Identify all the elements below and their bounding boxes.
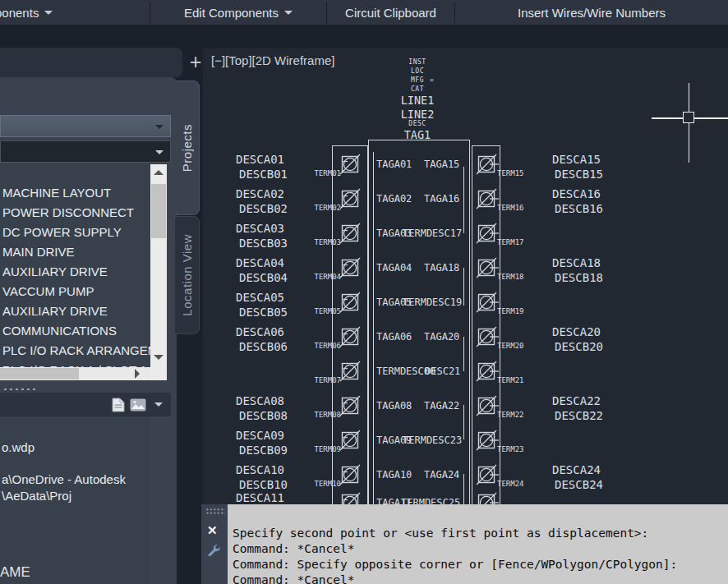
desc-label: DESCA24	[552, 463, 601, 476]
tag-label: TAGA10	[376, 469, 412, 481]
desc-label: DESCB04	[239, 271, 288, 284]
palette-tab-location-view[interactable]: Location View	[175, 216, 200, 334]
scrollbar-thumb[interactable]	[0, 368, 79, 379]
terminal-label: TERM20	[497, 342, 524, 350]
ribbon-section-components[interactable]: ponents	[0, 0, 150, 25]
desc-label: DESCA03	[236, 222, 284, 235]
splitter-grip[interactable]	[2, 387, 35, 392]
terminal-symbol	[339, 395, 361, 416]
desc-label: DESCB06	[239, 340, 288, 353]
chevron-down-icon	[284, 11, 293, 15]
tree-item[interactable]: PLC I/O RACK ARRANGEME	[2, 343, 150, 357]
desc-label: DESCA20	[552, 325, 601, 338]
palette-title-area	[0, 48, 182, 77]
terminal-symbol	[476, 257, 497, 278]
drag-grip-icon[interactable]	[205, 508, 225, 514]
terminal-symbol	[476, 292, 497, 313]
plc-header-equals: =	[430, 76, 434, 84]
tag-label: TAGA06	[376, 331, 412, 343]
desc-label: DESCA11	[236, 491, 284, 504]
desc-label: DESCA10	[236, 463, 284, 476]
terminal-symbol	[339, 257, 361, 278]
desc-label: DESCB10	[239, 478, 288, 491]
image-icon[interactable]	[130, 398, 146, 412]
ribbon-section-insert-wires[interactable]: Insert Wires/Wire Numbers	[455, 0, 728, 25]
terminal-label: TERM08	[292, 411, 341, 419]
terminal-symbol	[339, 188, 361, 209]
desc-label: DESCA01	[236, 153, 284, 166]
terminal-label: TERM07	[292, 376, 341, 384]
terminal-label: TERM18	[497, 273, 524, 281]
details-line: \AeData\Proj	[2, 489, 71, 503]
terminal-symbol	[476, 464, 497, 485]
command-history[interactable]: Specify second point or <use first point…	[233, 526, 726, 584]
drawing-canvas[interactable]: [−][Top][2D Wireframe] INSTLOCMFGCATLINE…	[203, 48, 728, 504]
ribbon-section-label: Insert Wires/Wire Numbers	[518, 6, 666, 20]
tree-item[interactable]: COMMUNICATIONS	[2, 324, 150, 338]
desc-label: DESCA05	[236, 291, 284, 304]
ribbon-bar: ponents Edit Components Circuit Clipboar…	[0, 0, 728, 25]
scroll-up-icon[interactable]	[154, 170, 164, 175]
tree-item[interactable]: MACHINE LAYOUT	[2, 186, 150, 200]
terminal-label: TERM02	[292, 204, 341, 212]
desc-label: DESCB22	[555, 409, 603, 422]
drawing-dropdown[interactable]	[0, 140, 171, 163]
tag-label: TAGA01	[376, 159, 412, 170]
terminal-symbol	[339, 292, 361, 313]
ribbon-section-edit-components[interactable]: Edit Components	[150, 0, 326, 25]
chevron-down-icon[interactable]	[154, 402, 163, 407]
ribbon-section-label: Circuit Clipboard	[345, 6, 436, 20]
palette-tab-label: Projects	[180, 124, 194, 172]
ribbon-section-label: Edit Components	[184, 6, 279, 20]
tag-label: TAGA24	[424, 469, 459, 481]
palette-tab-projects[interactable]: Projects	[175, 80, 200, 215]
viewport-controls[interactable]: [−][Top][2D Wireframe]	[211, 53, 334, 67]
terminal-label: TERM24	[497, 480, 524, 488]
terminal-label: TERM17	[497, 238, 524, 246]
vertical-scrollbar[interactable]	[150, 164, 167, 380]
terminal-symbol	[339, 492, 361, 504]
ribbon-section-circuit-clipboard[interactable]: Circuit Clipboard	[327, 0, 454, 25]
tree-item[interactable]: VACCUM PUMP	[2, 284, 150, 298]
terminal-symbol	[476, 188, 497, 209]
desc-label: DESCB15	[555, 168, 603, 181]
wrench-icon[interactable]	[206, 544, 221, 559]
tag-label: TAGA20	[424, 331, 459, 343]
terminal-label: TERM10	[292, 480, 341, 488]
plc-header-label: LOC	[343, 67, 491, 75]
desc-label: DESCA15	[552, 153, 601, 166]
terminal-label: TERM19	[497, 307, 524, 315]
crosshair-pickbox	[683, 112, 694, 123]
tree-item[interactable]: MAIN DRIVE	[2, 245, 150, 259]
project-dropdown[interactable]	[0, 115, 171, 137]
tree-item[interactable]: DC POWER SUPPLY	[2, 225, 150, 239]
desc-label: DESCA04	[236, 256, 284, 269]
tag-label: TAGA18	[424, 262, 459, 274]
tag-label: TAGA04	[376, 262, 412, 274]
autocad-electrical-window: ponents Edit Components Circuit Clipboar…	[0, 0, 728, 584]
plc-header-label: LINE1	[343, 94, 491, 107]
tree-item[interactable]: POWER DISCONNECT	[2, 205, 150, 219]
desc-label: DESCA16	[552, 187, 601, 200]
terminal-symbol	[339, 223, 361, 244]
tag-label: TAGA02	[376, 193, 412, 205]
document-icon[interactable]	[112, 398, 125, 412]
tree-item[interactable]: AUXILIARY DRIVE	[2, 264, 150, 278]
plc-header-label: INST	[343, 58, 491, 66]
truncated-label: AME	[0, 564, 30, 581]
tree-item[interactable]: AUXILIARY DRIVE	[2, 304, 150, 318]
terminal-label: TERM22	[497, 411, 524, 419]
terminal-symbol	[476, 223, 497, 244]
scroll-right-icon[interactable]	[135, 369, 140, 379]
desc-label: DESCA18	[552, 256, 601, 269]
desc-label: DESCB20	[555, 340, 603, 353]
scroll-down-icon[interactable]	[154, 355, 164, 360]
tag-label: TAGA22	[424, 400, 459, 412]
close-icon[interactable]: ✕	[207, 523, 218, 538]
desc-label: DESCB18	[555, 271, 603, 284]
desc-label: DESCB08	[239, 409, 288, 422]
scrollbar-thumb[interactable]	[151, 184, 166, 238]
tag-label: TERMDESC23	[403, 435, 462, 446]
terminal-symbol	[339, 326, 361, 347]
terminal-label: TERM04	[292, 273, 341, 281]
